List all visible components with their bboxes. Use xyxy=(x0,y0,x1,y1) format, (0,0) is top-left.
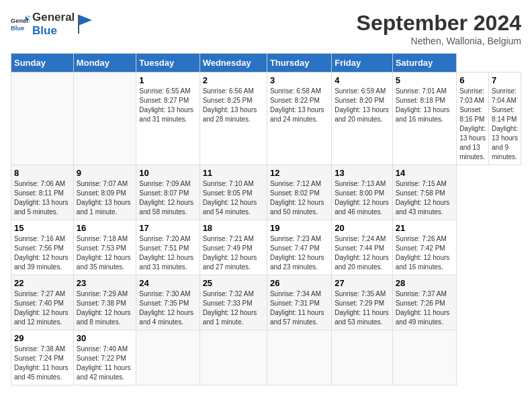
calendar-week-row: 22 Sunrise: 7:27 AMSunset: 7:40 PMDaylig… xyxy=(11,275,521,330)
day-detail: Sunrise: 7:01 AMSunset: 8:18 PMDaylight:… xyxy=(396,87,450,123)
calendar-day-cell: 27 Sunrise: 7:35 AMSunset: 7:29 PMDaylig… xyxy=(332,275,393,330)
col-header-sunday: Sunday xyxy=(11,54,74,73)
day-detail: Sunrise: 7:04 AMSunset: 8:14 PMDaylight:… xyxy=(492,87,518,161)
day-number: 3 xyxy=(270,75,328,85)
day-number: 10 xyxy=(139,168,196,178)
calendar-day-cell: 15 Sunrise: 7:16 AMSunset: 7:56 PMDaylig… xyxy=(11,220,74,275)
calendar-day-cell: 29 Sunrise: 7:38 AMSunset: 7:24 PMDaylig… xyxy=(11,330,74,385)
day-detail: Sunrise: 7:40 AMSunset: 7:22 PMDaylight:… xyxy=(77,345,131,381)
empty-cell xyxy=(267,330,331,385)
col-header-wednesday: Wednesday xyxy=(200,54,267,73)
svg-marker-5 xyxy=(79,15,92,26)
calendar-day-cell: 25 Sunrise: 7:32 AMSunset: 7:33 PMDaylig… xyxy=(200,275,267,330)
calendar-day-cell: 26 Sunrise: 7:34 AMSunset: 7:31 PMDaylig… xyxy=(267,275,331,330)
logo-flag-icon xyxy=(77,15,92,34)
calendar-day-cell: 3 Sunrise: 6:58 AMSunset: 8:22 PMDayligh… xyxy=(267,73,331,165)
day-number: 23 xyxy=(77,278,134,288)
svg-text:Blue: Blue xyxy=(11,25,24,32)
col-header-friday: Friday xyxy=(332,54,393,73)
day-detail: Sunrise: 7:16 AMSunset: 7:56 PMDaylight:… xyxy=(14,235,69,271)
calendar-week-row: 29 Sunrise: 7:38 AMSunset: 7:24 PMDaylig… xyxy=(11,330,521,385)
day-number: 13 xyxy=(335,168,390,178)
calendar-day-cell: 22 Sunrise: 7:27 AMSunset: 7:40 PMDaylig… xyxy=(11,275,74,330)
day-number: 9 xyxy=(77,168,134,178)
day-number: 18 xyxy=(203,223,264,233)
day-number: 1 xyxy=(139,75,196,85)
calendar-day-cell: 30 Sunrise: 7:40 AMSunset: 7:22 PMDaylig… xyxy=(73,330,136,385)
day-number: 8 xyxy=(14,168,71,178)
location-subtitle: Nethen, Wallonia, Belgium xyxy=(357,36,521,46)
logo: General Blue General Blue xyxy=(11,11,92,37)
day-detail: Sunrise: 7:26 AMSunset: 7:42 PMDaylight:… xyxy=(396,235,450,271)
logo-icon: General Blue xyxy=(11,15,30,34)
day-detail: Sunrise: 7:06 AMSunset: 8:11 PMDaylight:… xyxy=(14,180,69,216)
calendar-day-cell: 4 Sunrise: 6:59 AMSunset: 8:20 PMDayligh… xyxy=(332,73,393,165)
empty-cell xyxy=(73,73,136,165)
day-number: 19 xyxy=(270,223,328,233)
day-number: 7 xyxy=(492,75,518,85)
day-number: 11 xyxy=(203,168,264,178)
day-number: 17 xyxy=(139,223,196,233)
calendar-day-cell: 2 Sunrise: 6:56 AMSunset: 8:25 PMDayligh… xyxy=(200,73,267,165)
day-detail: Sunrise: 7:37 AMSunset: 7:26 PMDaylight:… xyxy=(396,290,450,326)
day-detail: Sunrise: 7:10 AMSunset: 8:05 PMDaylight:… xyxy=(203,180,257,216)
day-detail: Sunrise: 6:59 AMSunset: 8:20 PMDaylight:… xyxy=(335,87,389,123)
day-detail: Sunrise: 7:15 AMSunset: 7:58 PMDaylight:… xyxy=(396,180,450,216)
day-number: 12 xyxy=(270,168,328,178)
col-header-monday: Monday xyxy=(73,54,136,73)
day-detail: Sunrise: 7:32 AMSunset: 7:33 PMDaylight:… xyxy=(203,290,257,326)
calendar-day-cell: 19 Sunrise: 7:23 AMSunset: 7:47 PMDaylig… xyxy=(267,220,331,275)
day-number: 2 xyxy=(203,75,264,85)
day-detail: Sunrise: 7:12 AMSunset: 8:02 PMDaylight:… xyxy=(270,180,324,216)
logo-general-text: General xyxy=(32,11,75,24)
day-detail: Sunrise: 7:29 AMSunset: 7:38 PMDaylight:… xyxy=(77,290,131,326)
day-number: 28 xyxy=(396,278,453,288)
empty-cell xyxy=(392,330,456,385)
day-detail: Sunrise: 7:38 AMSunset: 7:24 PMDaylight:… xyxy=(14,345,69,381)
calendar-day-cell: 16 Sunrise: 7:18 AMSunset: 7:53 PMDaylig… xyxy=(73,220,136,275)
title-block: September 2024 Nethen, Wallonia, Belgium xyxy=(357,11,521,46)
day-detail: Sunrise: 7:09 AMSunset: 8:07 PMDaylight:… xyxy=(139,180,193,216)
calendar-day-cell: 17 Sunrise: 7:20 AMSunset: 7:51 PMDaylig… xyxy=(136,220,200,275)
day-detail: Sunrise: 7:18 AMSunset: 7:53 PMDaylight:… xyxy=(77,235,131,271)
day-detail: Sunrise: 6:58 AMSunset: 8:22 PMDaylight:… xyxy=(270,87,324,123)
day-number: 21 xyxy=(396,223,453,233)
day-detail: Sunrise: 7:23 AMSunset: 7:47 PMDaylight:… xyxy=(270,235,324,271)
day-number: 24 xyxy=(139,278,196,288)
calendar-day-cell: 8 Sunrise: 7:06 AMSunset: 8:11 PMDayligh… xyxy=(11,165,74,220)
calendar-day-cell: 9 Sunrise: 7:07 AMSunset: 8:09 PMDayligh… xyxy=(73,165,136,220)
calendar-week-row: 15 Sunrise: 7:16 AMSunset: 7:56 PMDaylig… xyxy=(11,220,521,275)
calendar-day-cell: 11 Sunrise: 7:10 AMSunset: 8:05 PMDaylig… xyxy=(200,165,267,220)
day-number: 25 xyxy=(203,278,264,288)
calendar-table: SundayMondayTuesdayWednesdayThursdayFrid… xyxy=(11,53,521,385)
page-header: General Blue General Blue September 2024… xyxy=(11,11,521,46)
day-number: 26 xyxy=(270,278,328,288)
calendar-day-cell: 18 Sunrise: 7:21 AMSunset: 7:49 PMDaylig… xyxy=(200,220,267,275)
calendar-day-cell: 5 Sunrise: 7:01 AMSunset: 8:18 PMDayligh… xyxy=(392,73,456,165)
day-detail: Sunrise: 7:34 AMSunset: 7:31 PMDaylight:… xyxy=(270,290,324,326)
day-number: 20 xyxy=(335,223,390,233)
calendar-day-cell: 13 Sunrise: 7:13 AMSunset: 8:00 PMDaylig… xyxy=(332,165,393,220)
day-detail: Sunrise: 7:20 AMSunset: 7:51 PMDaylight:… xyxy=(139,235,193,271)
calendar-week-row: 8 Sunrise: 7:06 AMSunset: 8:11 PMDayligh… xyxy=(11,165,521,220)
day-detail: Sunrise: 7:27 AMSunset: 7:40 PMDaylight:… xyxy=(14,290,69,326)
calendar-day-cell: 28 Sunrise: 7:37 AMSunset: 7:26 PMDaylig… xyxy=(392,275,456,330)
calendar-day-cell: 12 Sunrise: 7:12 AMSunset: 8:02 PMDaylig… xyxy=(267,165,331,220)
day-detail: Sunrise: 7:24 AMSunset: 7:44 PMDaylight:… xyxy=(335,235,389,271)
calendar-header-row: SundayMondayTuesdayWednesdayThursdayFrid… xyxy=(11,54,521,73)
day-number: 16 xyxy=(77,223,134,233)
day-number: 30 xyxy=(77,333,134,343)
day-number: 27 xyxy=(335,278,390,288)
calendar-day-cell: 7 Sunrise: 7:04 AMSunset: 8:14 PMDayligh… xyxy=(489,73,521,165)
calendar-day-cell: 6 Sunrise: 7:03 AMSunset: 8:16 PMDayligh… xyxy=(457,73,489,165)
day-number: 15 xyxy=(14,223,71,233)
day-number: 29 xyxy=(14,333,71,343)
empty-cell xyxy=(136,330,200,385)
day-detail: Sunrise: 6:56 AMSunset: 8:25 PMDaylight:… xyxy=(203,87,257,123)
col-header-tuesday: Tuesday xyxy=(136,54,200,73)
calendar-day-cell: 21 Sunrise: 7:26 AMSunset: 7:42 PMDaylig… xyxy=(392,220,456,275)
day-number: 5 xyxy=(396,75,453,85)
col-header-saturday: Saturday xyxy=(392,54,456,73)
calendar-day-cell: 23 Sunrise: 7:29 AMSunset: 7:38 PMDaylig… xyxy=(73,275,136,330)
empty-cell xyxy=(11,73,74,165)
